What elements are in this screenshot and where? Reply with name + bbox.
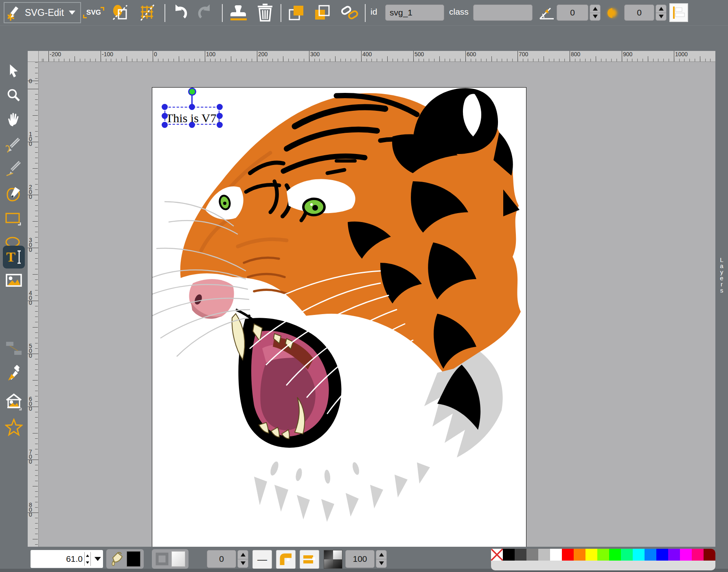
- selection-handle-w[interactable]: [162, 113, 168, 119]
- tool-star[interactable]: [4, 418, 24, 437]
- zoom-control[interactable]: 61.0: [31, 550, 103, 568]
- palette-swatch[interactable]: [585, 549, 597, 561]
- redo-button[interactable]: [195, 3, 214, 22]
- main-menu-button[interactable]: SVG-Edit: [4, 2, 81, 23]
- palette-swatch[interactable]: [633, 549, 645, 561]
- tiger-drawing[interactable]: [152, 88, 526, 547]
- zoom-spinner[interactable]: [84, 552, 91, 566]
- grid-icon: [138, 4, 156, 21]
- ruler-top-label: 600: [467, 51, 476, 57]
- ruler-top-label: 700: [519, 51, 528, 57]
- stroke-frame-icon: [155, 552, 169, 566]
- link-icon: [340, 4, 359, 21]
- ruler-top-label: 500: [414, 51, 424, 57]
- opacity-gradient-icon[interactable]: [324, 550, 342, 569]
- layers-panel-toggle[interactable]: L a y e r s: [715, 51, 728, 547]
- selection-handle-n[interactable]: [189, 104, 195, 110]
- palette-swatch[interactable]: [609, 549, 621, 561]
- tool-text[interactable]: T: [3, 246, 25, 268]
- svg-canvas[interactable]: This is V7: [152, 87, 526, 547]
- class-input[interactable]: [473, 4, 533, 21]
- wireframe-button[interactable]: [111, 3, 129, 22]
- zoom-dropdown[interactable]: [91, 557, 103, 561]
- tool-select[interactable]: [4, 61, 24, 81]
- rotate-handle[interactable]: [188, 88, 196, 96]
- move-to-top-button[interactable]: [287, 3, 306, 22]
- blur-input[interactable]: 0: [624, 4, 654, 21]
- stroke-color-swatch[interactable]: [171, 551, 185, 567]
- stroke-color-group: [152, 549, 189, 569]
- toolbar-separator: [365, 4, 366, 22]
- palette-swatch[interactable]: [538, 549, 550, 561]
- palette-swatch[interactable]: [574, 549, 585, 561]
- delete-button[interactable]: [256, 3, 274, 22]
- palette-swatch[interactable]: [680, 549, 692, 561]
- selection-handle-s[interactable]: [189, 122, 195, 128]
- workarea[interactable]: -200-10001002003004005006007008009001000…: [28, 51, 728, 547]
- selection-handle-e[interactable]: [217, 113, 223, 119]
- selection-handle-nw[interactable]: [162, 104, 168, 110]
- selection-handle-sw[interactable]: [162, 122, 168, 128]
- svg-edit-app: SVG-Edit SVG: [0, 0, 728, 572]
- pen-path-icon: [5, 185, 22, 202]
- palette-swatch[interactable]: [621, 549, 633, 561]
- palette-swatch[interactable]: [515, 549, 526, 561]
- opacity-input[interactable]: 100: [345, 550, 375, 568]
- ruler-top-label: 100: [206, 51, 215, 57]
- id-input[interactable]: svg_1: [385, 4, 444, 21]
- link-button[interactable]: [340, 3, 359, 22]
- palette-swatch[interactable]: [562, 549, 574, 561]
- select-arrow-icon: [7, 64, 21, 78]
- tool-rect[interactable]: [4, 209, 24, 228]
- main-toolbar: SVG-Edit SVG: [0, 0, 728, 25]
- source-code-button[interactable]: SVG: [84, 3, 103, 22]
- palette-swatch[interactable]: [597, 549, 609, 561]
- tool-zoom[interactable]: [4, 86, 24, 106]
- angle-spinner[interactable]: [590, 4, 601, 21]
- clone-button[interactable]: [229, 3, 248, 22]
- angle-input[interactable]: 0: [557, 4, 588, 21]
- tool-image[interactable]: [4, 271, 24, 290]
- tool-path[interactable]: [4, 184, 24, 204]
- opacity-spinner[interactable]: [376, 550, 387, 568]
- palette-swatch[interactable]: [526, 549, 538, 561]
- stroke-width-input[interactable]: 0: [207, 550, 236, 568]
- palette-swatch[interactable]: [550, 549, 562, 561]
- tool-shape-library[interactable]: [4, 392, 24, 412]
- tools-panel: T: [0, 51, 28, 547]
- align-button[interactable]: [669, 3, 688, 22]
- linecap-button[interactable]: [300, 550, 319, 569]
- palette-swatch[interactable]: [704, 549, 715, 561]
- magnifier-icon: [6, 88, 22, 103]
- palette-swatch[interactable]: [656, 549, 668, 561]
- move-top-icon: [288, 4, 305, 21]
- blur-spinner[interactable]: [656, 4, 667, 21]
- tool-pencil[interactable]: [4, 135, 24, 155]
- palette-swatch[interactable]: [645, 549, 656, 561]
- linejoin-button[interactable]: [276, 550, 296, 569]
- palette-swatch[interactable]: [668, 549, 680, 561]
- id-value: svg_1: [390, 8, 412, 18]
- undo-button[interactable]: [171, 3, 190, 22]
- text-cursor-icon: [17, 250, 22, 264]
- fill-color-group: [106, 549, 144, 569]
- selection-handle-ne[interactable]: [217, 104, 223, 110]
- palette-swatch[interactable]: [692, 549, 704, 561]
- stroke-dash-dropdown[interactable]: —: [252, 550, 272, 569]
- ruler-top-label: -200: [50, 51, 61, 57]
- blur-icon: [605, 6, 619, 20]
- palette-swatch[interactable]: [503, 549, 515, 561]
- id-label: id: [371, 7, 377, 17]
- grid-button[interactable]: [138, 3, 156, 22]
- ruler-left-label: 500: [29, 343, 34, 358]
- move-to-bottom-button[interactable]: [313, 3, 331, 22]
- fill-color-swatch[interactable]: [127, 551, 140, 567]
- tool-connector[interactable]: [4, 339, 24, 358]
- stroke-width-spinner[interactable]: [237, 550, 248, 568]
- tool-eyedropper[interactable]: [4, 364, 24, 383]
- tool-pan[interactable]: [4, 110, 24, 130]
- selection-handle-se[interactable]: [217, 122, 223, 128]
- stroke-width-value: 0: [219, 554, 224, 564]
- tool-line[interactable]: [4, 159, 24, 179]
- palette-swatch-none[interactable]: [491, 549, 503, 561]
